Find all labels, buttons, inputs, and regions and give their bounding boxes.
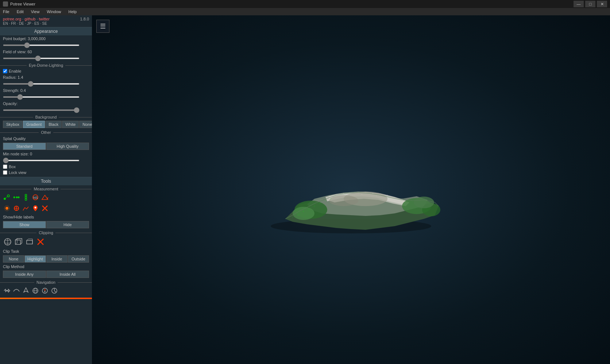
measure-height-icon[interactable]	[22, 193, 30, 201]
other-section-title: Other	[0, 130, 92, 135]
svg-point-49	[329, 195, 358, 206]
menu-edit[interactable]: Edit	[15, 9, 25, 15]
edl-enable-checkbox[interactable]	[3, 69, 7, 73]
pointcloud-container	[256, 139, 446, 241]
bg-gradient-button[interactable]: Gradient	[23, 121, 45, 128]
edl-radius-slider-container	[0, 81, 92, 87]
edl-strength-slider[interactable]	[3, 96, 80, 98]
hide-labels-button[interactable]: Hide	[46, 221, 89, 228]
fov-slider[interactable]	[3, 58, 80, 59]
svg-point-62	[387, 195, 388, 196]
min-node-slider-container	[0, 157, 92, 164]
splat-standard-button[interactable]: Standard	[3, 143, 46, 150]
clip-sphere-icon[interactable]	[3, 237, 12, 247]
clip-remove-icon[interactable]	[36, 237, 45, 247]
app-title: Potree Viewer	[10, 2, 35, 6]
fov-label: Field of view: 60	[3, 50, 32, 54]
show-labels-button[interactable]: Show	[3, 221, 46, 228]
twitter-link[interactable]: twitter	[39, 17, 50, 21]
clip-task-highlight-button[interactable]: Highlight	[24, 255, 46, 263]
clip-task-inside-button[interactable]: Inside	[46, 255, 67, 263]
edl-enable-label: Enable	[9, 69, 21, 73]
measure-location-icon[interactable]	[31, 204, 39, 212]
clip-inside-any-button[interactable]: Inside Any	[3, 271, 46, 278]
svg-text:NS: NS	[33, 196, 38, 200]
svg-point-3	[13, 197, 15, 198]
svg-point-13	[5, 207, 8, 210]
measurement-icons-row2	[0, 203, 92, 214]
menu-file[interactable]: File	[1, 9, 11, 15]
nav-reset-icon[interactable]	[50, 287, 58, 295]
clip-inside-all-button[interactable]: Inside All	[46, 271, 89, 278]
lock-view-checkbox[interactable]	[3, 170, 7, 175]
clip-task-label-row: Clip Task	[0, 248, 92, 255]
svg-rect-27	[27, 240, 32, 244]
min-node-slider[interactable]	[3, 160, 80, 161]
box-label: Box	[9, 164, 16, 169]
menu-window[interactable]: Window	[45, 9, 62, 15]
svg-point-54	[314, 206, 315, 206]
close-button[interactable]: ✕	[597, 1, 607, 7]
bg-skybox-button[interactable]: Skybox	[3, 121, 23, 128]
bg-black-button[interactable]: Black	[45, 121, 62, 128]
background-label: Background	[33, 115, 59, 119]
fov-row: Field of view: 60	[0, 49, 92, 55]
menu-help[interactable]: Help	[67, 9, 78, 15]
svg-point-65	[362, 194, 362, 195]
edl-opacity-slider-container	[0, 107, 92, 113]
clipping-icons-row	[0, 236, 92, 248]
svg-point-52	[303, 211, 304, 212]
nav-translate-icon[interactable]	[3, 287, 11, 295]
navigation-icons-row	[0, 285, 92, 296]
nav-earth-icon[interactable]	[31, 287, 39, 295]
appearance-header: Appearance	[0, 27, 92, 35]
nav-fly-icon[interactable]	[22, 287, 30, 295]
nav-compass-icon[interactable]	[41, 287, 49, 295]
minimize-button[interactable]: —	[574, 1, 584, 7]
svg-point-53	[309, 209, 309, 210]
maximize-button[interactable]: □	[585, 1, 595, 7]
svg-point-50	[292, 217, 293, 217]
clipping-label: Clipping	[36, 231, 55, 235]
appearance-title: Appearance	[34, 29, 58, 34]
measure-distance-icon[interactable]	[12, 193, 20, 201]
clip-task-none-button[interactable]: None	[3, 255, 24, 263]
measure-angle-icon[interactable]	[41, 193, 49, 201]
box-row: Box	[0, 164, 92, 170]
svg-marker-11	[42, 195, 48, 200]
show-hide-buttons: Show Hide	[0, 220, 92, 229]
measure-circle-icon[interactable]: NS	[31, 193, 39, 201]
measure-delete-icon[interactable]	[41, 204, 49, 212]
bg-white-button[interactable]: White	[62, 121, 79, 128]
svg-point-47	[414, 197, 434, 208]
box-checkbox[interactable]	[3, 164, 7, 169]
lock-view-row: Lock view	[0, 170, 92, 175]
tools-header: Tools	[0, 177, 92, 185]
site-link[interactable]: potree.org	[3, 17, 21, 21]
edl-opacity-slider[interactable]	[3, 109, 80, 111]
background-buttons: Skybox Gradient Black White None	[0, 120, 92, 129]
measure-sun-icon[interactable]	[3, 204, 11, 212]
nav-orbit-icon[interactable]	[12, 287, 20, 295]
edl-strength-slider-container	[0, 94, 92, 100]
navigation-label: Navigation	[34, 280, 58, 284]
svg-point-57	[331, 198, 331, 199]
point-budget-slider[interactable]	[3, 44, 80, 46]
menu-toggle-button[interactable]: ☰	[96, 20, 109, 33]
clip-plane-icon[interactable]	[25, 237, 34, 247]
measure-terrain-icon[interactable]	[22, 204, 30, 212]
lock-view-label: Lock view	[9, 170, 26, 175]
github-link[interactable]: github	[24, 17, 35, 21]
measure-point-icon[interactable]	[3, 193, 11, 201]
splat-high-quality-button[interactable]: High Quality	[46, 143, 89, 150]
clip-box-icon[interactable]	[14, 237, 23, 247]
titlebar: Potree Viewer — □ ✕	[0, 0, 610, 8]
edl-enable-row: Enable	[0, 68, 92, 74]
measure-profile-icon[interactable]	[12, 204, 20, 212]
svg-marker-30	[24, 288, 28, 292]
sidebar-header: potree.org · github · twitter 1.8.0 EN ·…	[0, 15, 92, 27]
bg-none-button[interactable]: None	[79, 121, 92, 128]
edl-radius-slider[interactable]	[3, 83, 80, 85]
clip-task-outside-button[interactable]: Outside	[68, 255, 89, 263]
menu-view[interactable]: View	[30, 9, 41, 15]
